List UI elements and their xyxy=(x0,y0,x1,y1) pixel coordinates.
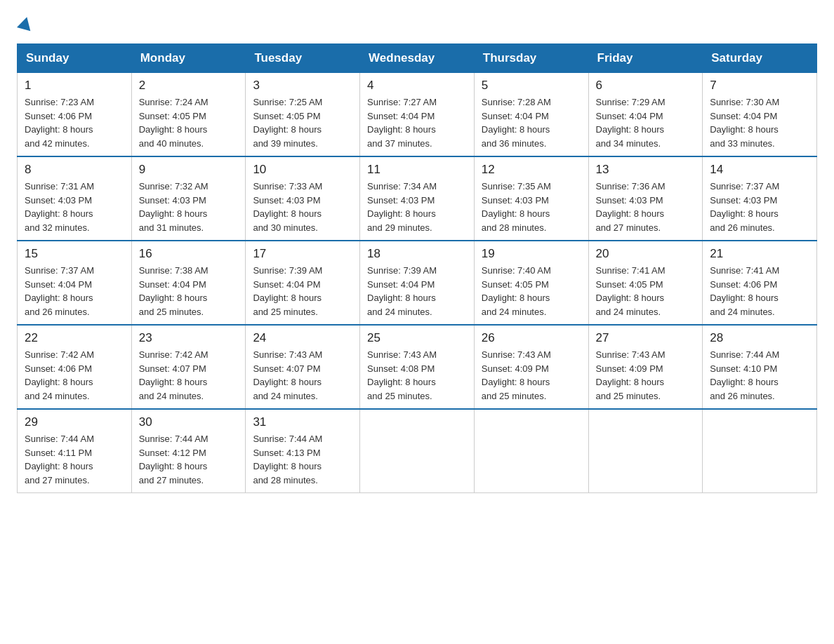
day-info: Sunrise: 7:36 AMSunset: 4:03 PMDaylight:… xyxy=(596,181,666,233)
calendar-cell: 10 Sunrise: 7:33 AMSunset: 4:03 PMDaylig… xyxy=(246,156,360,241)
day-number: 19 xyxy=(482,247,581,261)
day-info: Sunrise: 7:39 AMSunset: 4:04 PMDaylight:… xyxy=(367,265,437,317)
header-saturday: Saturday xyxy=(703,44,817,73)
day-number: 14 xyxy=(710,163,809,177)
calendar-week-row: 22 Sunrise: 7:42 AMSunset: 4:06 PMDaylig… xyxy=(18,325,817,409)
day-number: 30 xyxy=(139,415,239,429)
calendar-cell: 13 Sunrise: 7:36 AMSunset: 4:03 PMDaylig… xyxy=(588,156,703,241)
calendar-cell: 14 Sunrise: 7:37 AMSunset: 4:03 PMDaylig… xyxy=(703,156,817,241)
calendar-cell: 9 Sunrise: 7:32 AMSunset: 4:03 PMDayligh… xyxy=(131,156,246,241)
day-info: Sunrise: 7:25 AMSunset: 4:05 PMDaylight:… xyxy=(253,97,322,149)
day-number: 27 xyxy=(596,331,696,345)
calendar-cell: 4 Sunrise: 7:27 AMSunset: 4:04 PMDayligh… xyxy=(360,73,475,157)
day-number: 1 xyxy=(25,79,124,93)
day-info: Sunrise: 7:37 AMSunset: 4:03 PMDaylight:… xyxy=(710,181,779,233)
calendar-cell: 1 Sunrise: 7:23 AMSunset: 4:06 PMDayligh… xyxy=(18,73,132,157)
calendar-cell xyxy=(474,409,588,493)
day-number: 17 xyxy=(253,247,352,261)
logo xyxy=(17,17,32,31)
calendar-cell: 27 Sunrise: 7:43 AMSunset: 4:09 PMDaylig… xyxy=(588,325,703,409)
calendar-cell: 8 Sunrise: 7:31 AMSunset: 4:03 PMDayligh… xyxy=(18,156,132,241)
day-number: 29 xyxy=(25,415,124,429)
day-number: 7 xyxy=(710,79,809,93)
calendar-cell: 7 Sunrise: 7:30 AMSunset: 4:04 PMDayligh… xyxy=(703,73,817,157)
day-number: 6 xyxy=(596,79,696,93)
calendar-cell: 16 Sunrise: 7:38 AMSunset: 4:04 PMDaylig… xyxy=(131,241,246,325)
day-number: 25 xyxy=(367,331,467,345)
calendar-week-row: 15 Sunrise: 7:37 AMSunset: 4:04 PMDaylig… xyxy=(18,241,817,325)
day-info: Sunrise: 7:43 AMSunset: 4:09 PMDaylight:… xyxy=(482,349,551,401)
day-number: 21 xyxy=(710,247,809,261)
day-info: Sunrise: 7:42 AMSunset: 4:07 PMDaylight:… xyxy=(139,349,208,401)
calendar-cell: 3 Sunrise: 7:25 AMSunset: 4:05 PMDayligh… xyxy=(246,73,360,157)
logo-blue-text xyxy=(17,17,32,31)
day-number: 26 xyxy=(482,331,581,345)
calendar-cell: 24 Sunrise: 7:43 AMSunset: 4:07 PMDaylig… xyxy=(246,325,360,409)
calendar-cell: 21 Sunrise: 7:41 AMSunset: 4:06 PMDaylig… xyxy=(703,241,817,325)
day-number: 11 xyxy=(367,163,467,177)
calendar-header-row: SundayMondayTuesdayWednesdayThursdayFrid… xyxy=(18,44,817,73)
day-info: Sunrise: 7:35 AMSunset: 4:03 PMDaylight:… xyxy=(482,181,551,233)
day-number: 24 xyxy=(253,331,352,345)
header-tuesday: Tuesday xyxy=(246,44,360,73)
day-info: Sunrise: 7:32 AMSunset: 4:03 PMDaylight:… xyxy=(139,181,208,233)
day-info: Sunrise: 7:44 AMSunset: 4:12 PMDaylight:… xyxy=(139,434,208,485)
day-number: 9 xyxy=(139,163,239,177)
day-number: 3 xyxy=(253,79,352,93)
header-thursday: Thursday xyxy=(474,44,588,73)
day-info: Sunrise: 7:37 AMSunset: 4:04 PMDaylight:… xyxy=(25,265,94,317)
day-info: Sunrise: 7:44 AMSunset: 4:13 PMDaylight:… xyxy=(253,434,322,485)
calendar-table: SundayMondayTuesdayWednesdayThursdayFrid… xyxy=(17,43,817,493)
day-info: Sunrise: 7:41 AMSunset: 4:06 PMDaylight:… xyxy=(710,265,779,317)
calendar-cell: 26 Sunrise: 7:43 AMSunset: 4:09 PMDaylig… xyxy=(474,325,588,409)
day-number: 13 xyxy=(596,163,696,177)
calendar-cell: 5 Sunrise: 7:28 AMSunset: 4:04 PMDayligh… xyxy=(474,73,588,157)
day-info: Sunrise: 7:30 AMSunset: 4:04 PMDaylight:… xyxy=(710,97,779,149)
calendar-cell: 28 Sunrise: 7:44 AMSunset: 4:10 PMDaylig… xyxy=(703,325,817,409)
day-info: Sunrise: 7:43 AMSunset: 4:09 PMDaylight:… xyxy=(596,349,666,401)
calendar-cell: 2 Sunrise: 7:24 AMSunset: 4:05 PMDayligh… xyxy=(131,73,246,157)
day-number: 5 xyxy=(482,79,581,93)
day-info: Sunrise: 7:23 AMSunset: 4:06 PMDaylight:… xyxy=(25,97,94,149)
calendar-cell: 31 Sunrise: 7:44 AMSunset: 4:13 PMDaylig… xyxy=(246,409,360,493)
calendar-week-row: 29 Sunrise: 7:44 AMSunset: 4:11 PMDaylig… xyxy=(18,409,817,493)
calendar-cell: 20 Sunrise: 7:41 AMSunset: 4:05 PMDaylig… xyxy=(588,241,703,325)
day-info: Sunrise: 7:43 AMSunset: 4:07 PMDaylight:… xyxy=(253,349,322,401)
calendar-cell: 12 Sunrise: 7:35 AMSunset: 4:03 PMDaylig… xyxy=(474,156,588,241)
calendar-cell: 6 Sunrise: 7:29 AMSunset: 4:04 PMDayligh… xyxy=(588,73,703,157)
day-info: Sunrise: 7:40 AMSunset: 4:05 PMDaylight:… xyxy=(482,265,551,317)
day-number: 8 xyxy=(25,163,124,177)
page-header xyxy=(17,17,817,31)
day-info: Sunrise: 7:44 AMSunset: 4:10 PMDaylight:… xyxy=(710,349,779,401)
day-number: 28 xyxy=(710,331,809,345)
day-number: 10 xyxy=(253,163,352,177)
day-info: Sunrise: 7:44 AMSunset: 4:11 PMDaylight:… xyxy=(25,434,94,485)
day-info: Sunrise: 7:31 AMSunset: 4:03 PMDaylight:… xyxy=(25,181,94,233)
calendar-week-row: 8 Sunrise: 7:31 AMSunset: 4:03 PMDayligh… xyxy=(18,156,817,241)
header-friday: Friday xyxy=(588,44,703,73)
day-info: Sunrise: 7:41 AMSunset: 4:05 PMDaylight:… xyxy=(596,265,666,317)
day-info: Sunrise: 7:28 AMSunset: 4:04 PMDaylight:… xyxy=(482,97,551,149)
calendar-cell: 17 Sunrise: 7:39 AMSunset: 4:04 PMDaylig… xyxy=(246,241,360,325)
day-number: 20 xyxy=(596,247,696,261)
day-info: Sunrise: 7:27 AMSunset: 4:04 PMDaylight:… xyxy=(367,97,437,149)
calendar-cell: 25 Sunrise: 7:43 AMSunset: 4:08 PMDaylig… xyxy=(360,325,475,409)
day-info: Sunrise: 7:43 AMSunset: 4:08 PMDaylight:… xyxy=(367,349,437,401)
day-number: 31 xyxy=(253,415,352,429)
day-info: Sunrise: 7:29 AMSunset: 4:04 PMDaylight:… xyxy=(596,97,666,149)
day-info: Sunrise: 7:42 AMSunset: 4:06 PMDaylight:… xyxy=(25,349,94,401)
calendar-cell xyxy=(588,409,703,493)
day-number: 16 xyxy=(139,247,239,261)
day-info: Sunrise: 7:24 AMSunset: 4:05 PMDaylight:… xyxy=(139,97,208,149)
header-monday: Monday xyxy=(131,44,246,73)
calendar-cell: 18 Sunrise: 7:39 AMSunset: 4:04 PMDaylig… xyxy=(360,241,475,325)
calendar-cell: 23 Sunrise: 7:42 AMSunset: 4:07 PMDaylig… xyxy=(131,325,246,409)
day-number: 18 xyxy=(367,247,467,261)
calendar-cell: 19 Sunrise: 7:40 AMSunset: 4:05 PMDaylig… xyxy=(474,241,588,325)
calendar-cell xyxy=(360,409,475,493)
calendar-cell: 11 Sunrise: 7:34 AMSunset: 4:03 PMDaylig… xyxy=(360,156,475,241)
calendar-week-row: 1 Sunrise: 7:23 AMSunset: 4:06 PMDayligh… xyxy=(18,73,817,157)
day-number: 22 xyxy=(25,331,124,345)
day-number: 23 xyxy=(139,331,239,345)
day-info: Sunrise: 7:34 AMSunset: 4:03 PMDaylight:… xyxy=(367,181,437,233)
